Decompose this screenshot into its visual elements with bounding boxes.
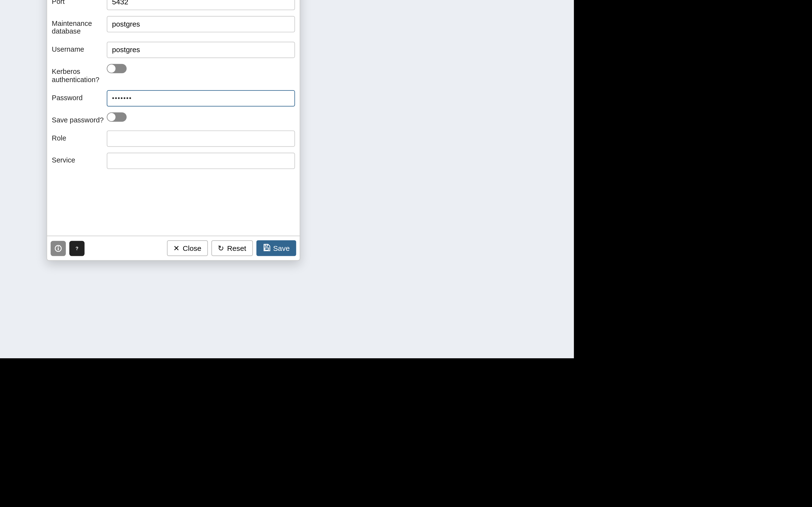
password-label: Password [52, 90, 107, 102]
svg-rect-41 [265, 244, 267, 246]
dialog-body: Host name/address Port Maintenance datab… [47, 0, 300, 236]
role-label: Role [52, 130, 107, 142]
port-input[interactable] [107, 0, 295, 10]
close-button-label: Close [183, 244, 201, 252]
close-icon: ✕ [173, 244, 180, 252]
port-label: Port [52, 0, 107, 6]
service-label: Service [52, 152, 107, 164]
reset-icon: ↻ [218, 244, 224, 252]
register-server-dialog: Register - Server ⤢ ✕ General Connection… [47, 0, 300, 261]
svg-text:?: ? [75, 245, 78, 251]
password-value: ••••••• [107, 90, 132, 106]
maintenance-db-label: Maintenance database [52, 16, 107, 36]
save-password-label: Save password? [52, 112, 107, 124]
reset-button-label: Reset [227, 244, 246, 252]
reset-button[interactable]: ↻ Reset [211, 240, 253, 256]
kerberos-toggle[interactable] [107, 64, 126, 73]
save-icon [262, 243, 270, 253]
kerberos-label: Kerberos authentication? [52, 64, 107, 84]
role-input[interactable] [107, 130, 295, 147]
dialog-footer: ? ✕ Close ↻ Reset Save [47, 236, 300, 260]
password-input[interactable]: ••••••• [107, 90, 295, 107]
username-input[interactable] [107, 42, 295, 58]
help-button[interactable]: ? [69, 240, 85, 256]
username-label: Username [52, 42, 107, 54]
save-button[interactable]: Save [256, 240, 296, 256]
svg-rect-42 [265, 247, 268, 250]
svg-point-37 [58, 246, 59, 247]
svg-rect-38 [58, 247, 59, 250]
maintenance-db-input[interactable] [107, 16, 295, 32]
save-password-toggle[interactable] [107, 112, 126, 122]
service-input[interactable] [107, 152, 295, 169]
close-button[interactable]: ✕ Close [167, 240, 208, 256]
sql-info-button[interactable] [51, 240, 66, 256]
save-button-label: Save [273, 244, 290, 252]
